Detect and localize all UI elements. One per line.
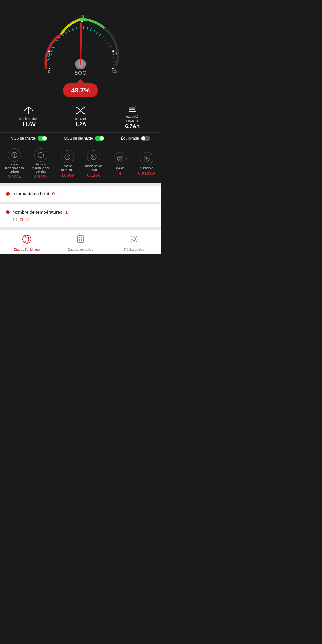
gauge-svg: 0 25 50 75 100 SOC (33, 3, 128, 86)
soc-percent-value: 49.7% (71, 86, 90, 94)
info-temp-detail: T1: 26℃ (6, 217, 155, 222)
svg-rect-47 (79, 237, 80, 238)
gauge-section: 0 25 50 75 100 SOC (0, 0, 161, 100)
toggle-row: MOS de charge MOS de décharge Équilibrag… (0, 133, 161, 144)
svg-rect-50 (81, 239, 82, 241)
svg-line-8 (65, 32, 67, 34)
toggle-charge-switch[interactable] (38, 136, 47, 141)
bottom-nav: État de l'affichage Égalisation active (0, 230, 161, 254)
red-dot-temp (6, 210, 10, 214)
svg-line-18 (99, 34, 101, 36)
svg-line-6 (58, 37, 61, 38)
info-etat-count: 0 (52, 191, 55, 196)
courant-value: 1.2A (75, 121, 86, 128)
svg-line-7 (61, 35, 64, 36)
scale-100: 100 (112, 69, 119, 74)
svg-point-37 (65, 154, 70, 160)
svg-line-26 (113, 61, 116, 62)
nav-reglages[interactable]: Réglages des (107, 234, 161, 251)
toggle-charge-knob (42, 136, 47, 140)
svg-line-10 (72, 28, 74, 31)
svg-line-0 (47, 58, 50, 61)
info-temp-count: 1 (65, 210, 68, 215)
cell-moy-label: Tension moyenne (57, 165, 78, 172)
cells-icons-row: Tension maximale des cellules 3.923v Ten… (1, 147, 160, 180)
cell-min-label: Tension minimale des cellules (30, 163, 51, 174)
info-section-temp-title: Nombre de températures 1 (6, 210, 155, 215)
cell-cycles-icon (114, 152, 127, 165)
svg-line-3 (51, 47, 55, 48)
cell-puissance-label: puissance (140, 166, 153, 170)
svg-line-15 (90, 28, 91, 31)
temp-detail-value: 26℃ (20, 217, 29, 222)
toggle-decharge[interactable]: MOS de décharge (64, 136, 104, 141)
gauge-needle (80, 23, 81, 64)
svg-line-23 (111, 50, 113, 50)
capacite-icon (127, 104, 138, 114)
svg-marker-41 (118, 158, 120, 159)
toggle-equilibrage-switch[interactable] (141, 136, 150, 141)
svg-line-14 (87, 27, 88, 30)
dot-75 (112, 50, 114, 52)
toggle-decharge-label: MOS de décharge (64, 136, 93, 140)
gauge-container: 0 25 50 75 100 SOC (33, 3, 128, 86)
soc-text: SOC (75, 70, 87, 75)
cell-min-value: 3.807v (34, 174, 48, 179)
svg-line-20 (105, 40, 107, 41)
info-etat-label: Informations d'état (13, 191, 49, 196)
capacite-value: 6.7Ah (125, 123, 140, 129)
nav-affichage[interactable]: État de l'affichage (0, 234, 54, 251)
cell-cycles-label: cycles (116, 166, 124, 170)
cell-max-label: Tension maximale des cellules (4, 163, 25, 174)
cell-puissance: puissance 0.013kw (133, 152, 160, 176)
toggle-charge[interactable]: MOS de charge (11, 136, 47, 141)
info-section-etat: Informations d'état 0 (0, 186, 161, 202)
separator-2 (0, 202, 161, 204)
info-section-etat-title: Informations d'état 0 (6, 191, 155, 196)
svg-line-17 (96, 32, 98, 34)
cell-max-value: 3.923v (7, 174, 21, 179)
soc-percent-badge: 49.7% (63, 83, 98, 97)
capacite-label: capacitérestante (126, 115, 138, 123)
cells-stats: Tension maximale des cellules 3.923v Ten… (0, 144, 161, 183)
dot-100 (112, 68, 114, 69)
nav-egalisation[interactable]: Égalisation active (54, 234, 107, 251)
cell-diff: Fe Différence de tension 0.116v (80, 150, 107, 177)
svg-line-16 (94, 30, 95, 32)
cell-diff-value: 0.116v (87, 172, 100, 177)
tension-value: 11.6V (22, 121, 36, 128)
toggle-decharge-switch[interactable] (95, 136, 104, 141)
cell-puissance-icon (140, 152, 153, 165)
svg-rect-29 (131, 106, 134, 106)
cell-max-icon (8, 148, 21, 162)
nav-egalisation-label: Égalisation active (68, 248, 93, 251)
cell-diff-icon: Fe (87, 150, 100, 163)
metric-tension: tension totale 11.6V (3, 106, 55, 128)
nav-affichage-icon (21, 234, 32, 247)
cell-moy-value: 3.866v (61, 172, 74, 177)
nav-reglages-icon (129, 234, 140, 247)
cell-min: Tension minimale des cellules 3.807v (28, 148, 54, 179)
svg-line-21 (107, 43, 109, 44)
cell-moy: Tension moyenne 3.866v (54, 150, 80, 177)
svg-line-9 (68, 30, 70, 32)
svg-rect-46 (78, 236, 83, 243)
cell-puissance-value: 0.013kw (138, 171, 155, 176)
nav-egalisation-icon (75, 234, 86, 247)
tension-icon (23, 106, 34, 116)
app-container: 0 25 50 75 100 SOC (0, 0, 161, 254)
courant-label: courant (75, 117, 86, 121)
scale-50: 50 (79, 14, 84, 19)
svg-line-5 (56, 41, 59, 41)
cell-cycles: cycles 4 (107, 152, 134, 176)
svg-line-4 (53, 44, 57, 44)
scale-0: 0 (48, 69, 50, 74)
cell-min-icon (34, 148, 47, 162)
toggle-decharge-knob (100, 136, 104, 140)
svg-text:Fe: Fe (92, 156, 95, 159)
dot-50 (81, 21, 83, 22)
separator-1 (0, 183, 161, 186)
toggle-equilibrage[interactable]: Équilibrage (121, 136, 150, 141)
red-dot-etat (6, 192, 10, 196)
cell-cycles-value: 4 (119, 171, 121, 176)
